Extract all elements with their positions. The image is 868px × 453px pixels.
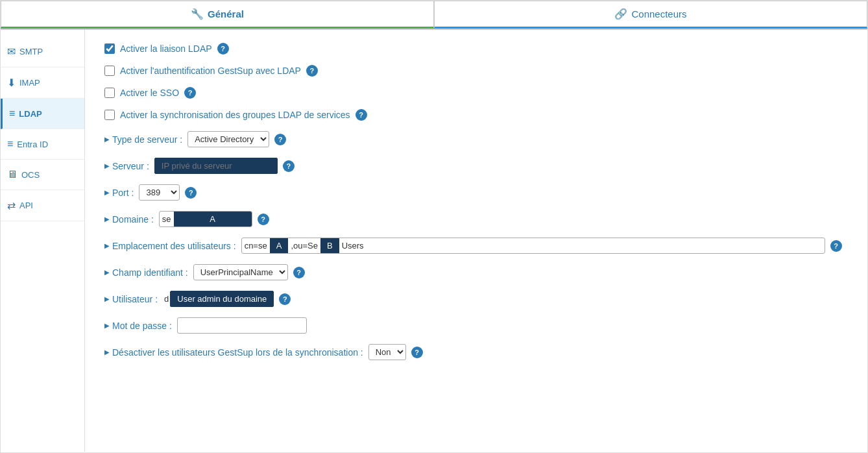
location-ou-prefix: ,ou=Se: [288, 238, 320, 253]
mail-icon: ✉: [7, 45, 16, 58]
password-label: Mot de passe :: [104, 321, 172, 331]
sidebar-item-entra-id[interactable]: ≡ Entra ID: [1, 129, 84, 160]
field-row-deactivate: Désactiver les utilisateurs GestSup lors…: [104, 344, 848, 360]
link-icon: 🔗: [614, 8, 627, 20]
content-area: ✉ SMTP ⬇ IMAP ≡ LDAP ≡ Entra ID 🖥 OCS ⇄: [1, 30, 867, 452]
label-enable-sso[interactable]: Activer le SSO: [120, 88, 179, 98]
sidebar-entraid-label: Entra ID: [17, 140, 48, 149]
sidebar-api-label: API: [19, 201, 33, 210]
list-icon: ≡: [9, 108, 15, 119]
field-row-user: Utilisateur : d User admin du domaine ?: [104, 291, 848, 307]
help-icon-port[interactable]: ?: [185, 187, 197, 199]
sidebar-item-ldap[interactable]: ≡ LDAP: [1, 99, 84, 129]
sidebar-smtp-label: SMTP: [19, 47, 43, 56]
wrench-icon: 🔧: [191, 8, 204, 20]
checkbox-enable-sync[interactable]: [104, 110, 115, 120]
api-icon: ⇄: [7, 199, 16, 212]
field-row-port: Port : 389 636 3268 3269 ?: [104, 184, 848, 201]
sidebar-ldap-label: LDAP: [19, 109, 42, 119]
field-row-champ: Champ identifiant : UserPrincipalName sA…: [104, 264, 848, 280]
deactivate-select[interactable]: Non Oui: [368, 344, 406, 360]
server-type-label: Type de serveur :: [104, 134, 182, 145]
help-icon-server-type[interactable]: ?: [274, 134, 286, 145]
location-highlight-a: A: [270, 238, 289, 253]
sidebar: ✉ SMTP ⬇ IMAP ≡ LDAP ≡ Entra ID 🖥 OCS ⇄: [1, 30, 85, 452]
checkbox-row-enable-ldap: Activer la liaison LDAP ?: [104, 43, 848, 55]
location-users-suffix: Users: [339, 238, 367, 253]
download-icon: ⬇: [7, 77, 16, 89]
server-input[interactable]: [154, 158, 278, 174]
password-input[interactable]: [177, 317, 307, 334]
help-icon-server[interactable]: ?: [283, 160, 295, 172]
sidebar-imap-label: IMAP: [19, 78, 40, 88]
domain-label: Domaine :: [104, 214, 154, 225]
tab-general-label: Général: [208, 8, 244, 19]
checkbox-row-enable-sync: Activer la synchronisation des groupes L…: [104, 109, 848, 121]
checkbox-enable-sso[interactable]: [104, 88, 115, 98]
champ-label: Champ identifiant :: [104, 267, 188, 278]
help-icon-enable-sso[interactable]: ?: [184, 87, 196, 99]
user-admin-placeholder[interactable]: User admin du domaine: [170, 291, 274, 307]
tab-connecteurs[interactable]: 🔗 Connecteurs: [434, 1, 867, 29]
tab-general[interactable]: 🔧 Général: [1, 1, 434, 29]
location-cn-prefix: cn=se: [242, 238, 270, 253]
port-label: Port :: [104, 188, 134, 198]
user-prefix: d: [163, 291, 170, 306]
help-icon-deactivate[interactable]: ?: [411, 347, 423, 358]
server-type-select[interactable]: Active Directory OpenLDAP Autre: [187, 131, 269, 147]
location-input-container: cn=se A ,ou=Se B Users: [241, 238, 825, 254]
champ-select[interactable]: UserPrincipalName sAMAccountName mail: [193, 264, 288, 280]
main-container: 🔧 Général 🔗 Connecteurs ✉ SMTP ⬇ IMAP ≡ …: [0, 0, 868, 453]
help-icon-enable-ldap[interactable]: ?: [217, 43, 229, 55]
deactivate-label: Désactiver les utilisateurs GestSup lors…: [104, 347, 363, 358]
domain-prefix: se: [160, 212, 174, 226]
domain-highlight: A: [174, 212, 252, 226]
location-highlight-b: B: [320, 238, 339, 253]
checkbox-row-enable-auth: Activer l'authentification GestSup avec …: [104, 65, 848, 77]
sidebar-item-api[interactable]: ⇄ API: [1, 190, 84, 221]
field-row-server: Serveur : ?: [104, 158, 848, 174]
checkbox-row-enable-sso: Activer le SSO ?: [104, 87, 848, 99]
field-row-server-type: Type de serveur : Active Directory OpenL…: [104, 131, 848, 147]
sidebar-item-ocs[interactable]: 🖥 OCS: [1, 160, 84, 190]
user-label: Utilisateur :: [104, 294, 158, 304]
help-icon-champ[interactable]: ?: [293, 267, 305, 278]
field-row-domain: Domaine : se A ?: [104, 211, 848, 227]
help-icon-location[interactable]: ?: [830, 240, 842, 252]
help-icon-enable-auth[interactable]: ?: [306, 65, 318, 77]
label-enable-auth[interactable]: Activer l'authentification GestSup avec …: [120, 66, 301, 76]
sidebar-item-smtp[interactable]: ✉ SMTP: [1, 36, 84, 67]
grid-icon: ≡: [7, 138, 13, 150]
help-icon-domain[interactable]: ?: [258, 214, 269, 225]
field-row-location: Emplacement des utilisateurs : cn=se A ,…: [104, 238, 848, 254]
help-icon-user[interactable]: ?: [279, 293, 291, 305]
server-label: Serveur :: [104, 161, 149, 171]
form-area: Activer la liaison LDAP ? Activer l'auth…: [85, 30, 867, 452]
location-label: Emplacement des utilisateurs :: [104, 241, 236, 251]
help-icon-enable-sync[interactable]: ?: [356, 109, 367, 121]
tab-bar: 🔧 Général 🔗 Connecteurs: [1, 1, 867, 30]
label-enable-ldap[interactable]: Activer la liaison LDAP: [120, 43, 212, 54]
field-row-password: Mot de passe :: [104, 317, 848, 334]
checkbox-enable-auth[interactable]: [104, 66, 115, 76]
sidebar-item-imap[interactable]: ⬇ IMAP: [1, 67, 84, 99]
tab-connecteurs-label: Connecteurs: [631, 8, 686, 19]
sidebar-ocs-label: OCS: [21, 170, 40, 180]
label-enable-sync[interactable]: Activer la synchronisation des groupes L…: [120, 110, 350, 120]
monitor-icon: 🖥: [7, 169, 18, 180]
port-select[interactable]: 389 636 3268 3269: [139, 184, 180, 201]
checkbox-enable-ldap[interactable]: [104, 43, 115, 54]
